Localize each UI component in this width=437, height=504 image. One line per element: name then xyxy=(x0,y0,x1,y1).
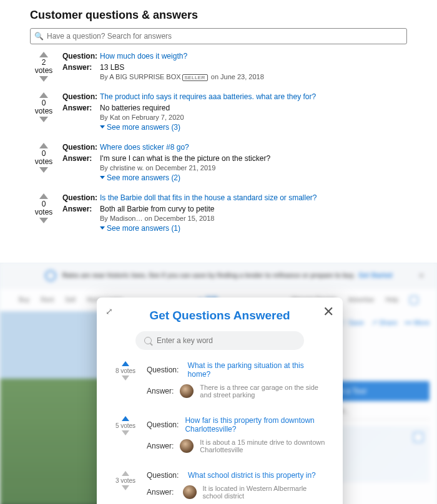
question-link[interactable]: How far is this property from downtown C… xyxy=(185,416,328,434)
see-more-answers[interactable]: See more answers (3) xyxy=(100,123,180,132)
upvote-icon[interactable] xyxy=(122,471,129,476)
upvote-icon[interactable] xyxy=(39,143,48,148)
modal-search-input[interactable] xyxy=(157,336,295,345)
qa-item: 0votes Question: The product info says i… xyxy=(30,92,407,134)
answer-text: It is located in Western Albermarle scho… xyxy=(203,485,328,500)
vote-count: 8 votes xyxy=(115,367,135,374)
chevron-down-icon xyxy=(100,226,105,230)
see-more-answers[interactable]: See more answers (2) xyxy=(100,173,180,182)
modal-title: Get Questions Answered xyxy=(112,309,328,322)
answer-text: It is about a 15 minute drive to downtow… xyxy=(200,439,328,453)
vote-count: 5 votes xyxy=(115,422,135,429)
save-action[interactable]: ♡ Save xyxy=(340,319,364,327)
nav-advertise[interactable]: Advertise xyxy=(348,296,375,303)
see-more-answers[interactable]: See more answers (1) xyxy=(100,224,180,233)
nav-rent[interactable]: Rent xyxy=(41,296,54,303)
upvote-icon[interactable] xyxy=(39,92,48,98)
question-label: Question: xyxy=(62,143,100,152)
realestate-section: Rates are near historic lows. See if you… xyxy=(0,263,437,504)
modal-qa-item: 3 votes Question: What school district i… xyxy=(112,471,328,504)
downvote-icon[interactable] xyxy=(39,117,48,122)
banner-icon xyxy=(45,270,56,281)
close-icon[interactable]: ✕ xyxy=(418,271,425,280)
answer-label: Answer: xyxy=(62,63,100,81)
chevron-down-icon xyxy=(100,176,105,179)
customer-qa-section: Customer questions & answers 🔍 2votes Qu… xyxy=(0,0,437,263)
answer-attribution: By A BIG SURPRISE BOXSELLER on June 23, … xyxy=(100,73,407,81)
vote-count: 0votes xyxy=(35,99,53,116)
nav-help[interactable]: Help xyxy=(385,296,398,303)
upvote-icon[interactable] xyxy=(122,361,129,366)
avatar xyxy=(180,439,194,453)
vote-count: 0votes xyxy=(35,200,53,217)
vote-count: 3 votes xyxy=(115,477,135,484)
qa-item: 0votes Question: Where does sticker #8 g… xyxy=(30,143,407,185)
modal-qa-item: 5 votes Question: How far is this proper… xyxy=(112,416,328,458)
modal-qa-item: 8 votes Question: What is the parking si… xyxy=(112,361,328,404)
vote-widget: 0votes xyxy=(30,92,57,134)
more-action[interactable]: ••• More xyxy=(405,319,430,327)
vote-widget: 5 votes xyxy=(112,416,139,458)
downvote-icon[interactable] xyxy=(122,485,129,490)
question-label: Question: xyxy=(62,193,100,202)
vote-widget: 2votes xyxy=(30,52,57,84)
upvote-icon[interactable] xyxy=(39,193,48,199)
chevron-down-icon xyxy=(100,125,105,128)
qa-modal: ⤢ ✕ Get Questions Answered 8 votes Quest… xyxy=(97,298,343,504)
downvote-icon[interactable] xyxy=(39,218,48,223)
upvote-icon[interactable] xyxy=(39,52,48,57)
search-icon: 🔍 xyxy=(34,32,44,41)
question-link[interactable]: Where does sticker #8 go? xyxy=(100,143,189,152)
qa-item: 0votes Question: Is the Barbie doll that… xyxy=(30,193,407,235)
question-label: Question: xyxy=(147,420,179,429)
avatar xyxy=(183,485,197,499)
qa-title: Customer questions & answers xyxy=(30,9,407,22)
question-link[interactable]: The product info says it requires aaa ba… xyxy=(100,92,316,101)
qa-search-input[interactable] xyxy=(47,31,403,42)
banner-text: Rates are near historic lows. See if you… xyxy=(62,272,355,279)
answer-text: Both all Barbie from curvy to petite xyxy=(100,205,407,213)
seller-badge: SELLER xyxy=(182,74,208,81)
answer-attribution: By Kat on February 7, 2020 xyxy=(100,114,407,121)
question-label: Question: xyxy=(62,92,100,101)
vote-count: 2votes xyxy=(35,58,53,75)
question-label: Question: xyxy=(147,471,182,480)
answer-label: Answer: xyxy=(62,154,100,182)
qa-item: 2votes Question: How much does it weigth… xyxy=(30,52,407,84)
answer-label: Answer: xyxy=(147,442,174,450)
answer-label: Answer: xyxy=(147,387,174,395)
answer-text: No batteries required xyxy=(100,104,407,112)
answer-label: Answer: xyxy=(62,104,100,132)
search-icon xyxy=(144,337,152,344)
banner-cta[interactable]: Get Started xyxy=(358,272,392,279)
expand-icon[interactable]: ⤢ xyxy=(106,306,113,316)
nav-sell[interactable]: Sell xyxy=(65,296,76,303)
vote-widget: 0votes xyxy=(30,143,57,185)
vote-widget: 8 votes xyxy=(112,361,139,404)
downvote-icon[interactable] xyxy=(122,376,129,380)
modal-search[interactable] xyxy=(135,331,304,350)
vote-count: 0votes xyxy=(35,149,53,167)
close-icon[interactable]: ✕ xyxy=(323,304,334,320)
answer-text: 13 LBS xyxy=(100,63,407,72)
answer-attribution: By Madison… on December 15, 2018 xyxy=(100,215,407,222)
bag-icon[interactable] xyxy=(410,296,418,304)
share-action[interactable]: ↗ Share xyxy=(371,319,397,327)
avatar xyxy=(180,384,194,398)
downvote-icon[interactable] xyxy=(39,167,48,173)
promo-banner: Rates are near historic lows. See if you… xyxy=(0,263,437,289)
answer-text: There is a three car garage on the side … xyxy=(200,384,328,399)
question-label: Question: xyxy=(62,52,100,61)
question-link[interactable]: What school district is this property in… xyxy=(188,471,316,480)
question-link[interactable]: What is the parking situation at this ho… xyxy=(188,361,328,379)
downvote-icon[interactable] xyxy=(122,430,129,435)
question-link[interactable]: How much does it weigth? xyxy=(100,52,187,61)
answer-label: Answer: xyxy=(62,205,100,233)
vote-widget: 3 votes xyxy=(112,471,139,504)
vote-widget: 0votes xyxy=(30,193,57,235)
qa-search[interactable]: 🔍 xyxy=(30,28,407,44)
downvote-icon[interactable] xyxy=(39,76,48,82)
nav-buy[interactable]: Buy xyxy=(19,296,29,303)
question-link[interactable]: Is the Barbie doll that fits in the hous… xyxy=(100,193,317,202)
upvote-icon[interactable] xyxy=(122,416,129,421)
